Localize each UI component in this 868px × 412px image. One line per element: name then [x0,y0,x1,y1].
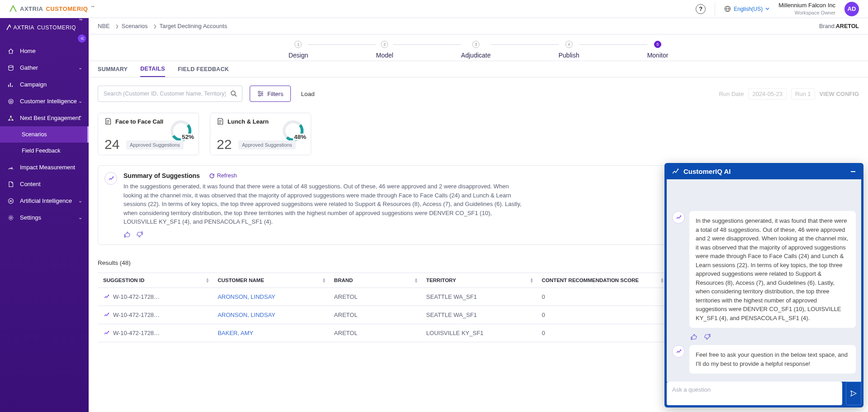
thumb-up-button[interactable] [690,333,697,340]
send-icon [850,390,857,397]
cell-suggestion-id: W-10-472-1728… [113,293,160,300]
cell-customer-name[interactable]: BAKER, AMY [218,330,253,336]
tab-field-feedback[interactable]: FIELD FEEDBACK [178,61,229,77]
logo-tm: ™ [79,18,82,22]
step-monitor[interactable]: 5 Monitor [647,41,669,59]
step-number: 2 [381,41,388,48]
metric-pct: 52% [181,134,195,140]
sidebar: AXTRIA CUSTOMERIQ ™ Home Gather ⌄ Campai… [0,18,89,412]
step-number: 1 [294,41,302,48]
chevron-right-icon: ❯ [153,24,157,29]
chevron-up-icon: ⌃ [78,115,82,121]
ai-panel-header[interactable]: CustomerIQ AI [666,165,862,180]
step-model[interactable]: 2 Model [376,41,393,59]
crumb[interactable]: NBE [98,23,110,29]
minimize-button[interactable] [850,168,856,175]
donut-chart: 52% [170,120,192,142]
logo-primary: AXTRIA [14,24,34,31]
sidebar-nav: Home Gather ⌄ Campaign Customer Intellig… [0,37,89,226]
sidebar-item-gather[interactable]: Gather ⌄ [0,59,89,76]
cell-brand: ARETOL [329,287,421,306]
document-icon [104,118,112,125]
tenant-name: Millennium Falcon Inc [778,2,835,10]
tab-summary[interactable]: SUMMARY [98,61,128,77]
language-picker[interactable]: English(US) [724,5,769,12]
step-adjudicate[interactable]: 3 Adjudicate [461,41,490,59]
col-territory[interactable]: TERRITORY▲▼ [421,273,536,287]
step-label: Design [289,52,308,59]
sort-icon[interactable]: ▲▼ [530,277,534,283]
view-config-button[interactable]: VIEW CONFIG [820,91,859,97]
search-input[interactable] [103,90,227,97]
cell-customer-name[interactable]: ARONSON, LINDSAY [218,311,275,318]
col-content-score[interactable]: CONTENT RECOMMENDATION SCORE▲▼ [536,273,667,287]
brand-tag: Brand:ARETOL [819,23,859,29]
cell-suggestion-id: W-10-472-1728… [113,311,160,318]
step-label: Adjudicate [461,52,490,59]
help-button[interactable]: ? [696,4,706,14]
ai-spark-icon [103,294,109,299]
sidebar-item-impact-measurement[interactable]: Impact Measurement [0,159,89,176]
thumb-down-icon [704,333,711,340]
ai-avatar-icon [672,211,685,224]
metric-pct: 48% [293,134,307,140]
step-number: 4 [565,41,573,48]
ai-message: In the suggestions generated, it was fou… [689,211,856,328]
avatar[interactable]: AD [844,2,859,16]
search-input-wrap[interactable] [98,86,242,102]
cell-territory: LOUISVILLE KY_SF1 [421,324,536,342]
sort-icon[interactable]: ▲▼ [660,277,664,283]
sidebar-item-field-feedback[interactable]: Field Feedback [0,143,89,159]
load-button[interactable]: Load [298,90,317,98]
svg-point-2 [9,65,13,67]
metric-cards: Face to Face Call 52% 24 Approved Sugges… [98,113,859,155]
ai-input[interactable] [667,382,842,405]
col-suggestion-id[interactable]: SUGGESTION ID▲▼ [98,273,212,287]
thumb-up-button[interactable] [123,231,131,238]
sidebar-item-label: Gather [20,64,38,71]
thumb-down-button[interactable] [136,231,143,238]
sidebar-item-home[interactable]: Home [0,43,89,59]
sort-icon[interactable]: ▲▼ [205,277,209,283]
cell-score: 0 [536,287,667,306]
step-publish[interactable]: 4 Publish [559,41,579,59]
sort-icon[interactable]: ▲▼ [414,277,418,283]
col-brand[interactable]: BRAND▲▼ [329,273,421,287]
logo-primary: AXTRIA [20,5,43,12]
document-icon [7,181,14,187]
search-icon [230,90,237,97]
sidebar-item-scenarios[interactable]: Scenarios [0,126,89,143]
refresh-label: Refresh [217,172,237,179]
target-icon [7,98,14,105]
metric-count: 22 [217,137,232,152]
top-bar: AXTRIA CUSTOMERIQ ™ ? English(US) Millen… [0,0,868,18]
metric-count: 24 [104,137,119,152]
run-select[interactable]: Run 1 [791,88,815,100]
cell-customer-name[interactable]: ARONSON, LINDSAY [218,293,275,300]
thumb-down-icon [136,231,143,238]
cell-brand: ARETOL [329,306,421,324]
metric-badge: Approved Suggestions [238,140,296,149]
sidebar-item-content[interactable]: Content [0,176,89,192]
filters-button[interactable]: Filters [250,86,291,102]
run-date-value[interactable]: 2024-05-23 [748,88,787,100]
col-customer-name[interactable]: CUSTOMER NAME▲▼ [212,273,328,287]
sidebar-item-next-best-engagement[interactable]: Next Best Engagement ⌃ [0,110,89,126]
run-controls: Run Date 2024-05-23 Run 1 VIEW CONFIG [719,88,859,100]
sidebar-collapse-button[interactable] [78,34,86,43]
document-icon [217,118,224,125]
refresh-button[interactable]: Refresh [209,172,237,179]
thumb-down-button[interactable] [704,333,711,340]
step-design[interactable]: 1 Design [289,41,308,59]
metric-title: Face to Face Call [115,118,163,125]
svg-point-10 [231,91,235,95]
sidebar-item-artificial-intelligence[interactable]: Artificial Intelligence ⌄ [0,192,89,209]
sidebar-item-campaign[interactable]: Campaign [0,76,89,93]
ai-send-button[interactable] [846,382,861,405]
sidebar-item-customer-intelligence[interactable]: Customer Intelligence ⌄ [0,93,89,110]
crumb[interactable]: Scenarios [122,23,148,29]
sort-icon[interactable]: ▲▼ [322,277,326,283]
tab-details[interactable]: DETAILS [140,61,165,77]
sidebar-item-settings[interactable]: Settings ⌄ [0,209,89,226]
sidebar-item-label: Home [20,48,36,54]
